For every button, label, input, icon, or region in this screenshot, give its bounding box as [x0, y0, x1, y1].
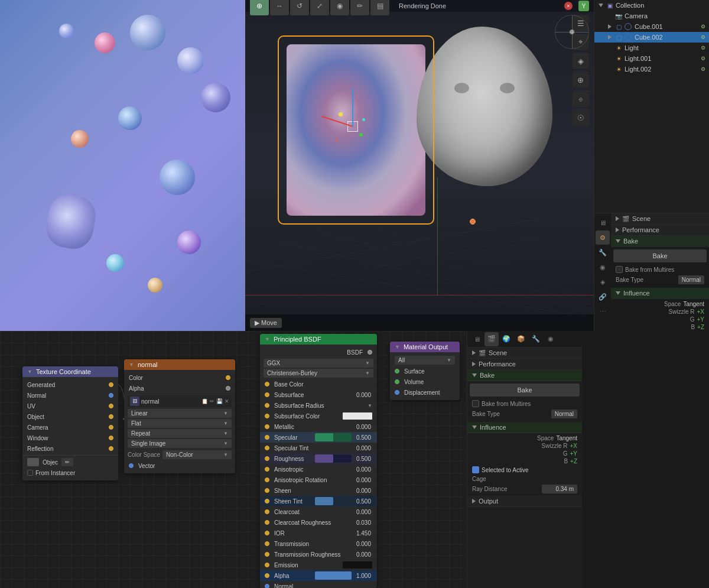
bottom-bake-button[interactable]: Bake	[470, 384, 580, 397]
vp-tool-camera[interactable]: ☉	[573, 109, 589, 126]
subsurface-radius-socket[interactable]	[265, 403, 269, 408]
specular-slider[interactable]	[315, 433, 351, 441]
tree-item-camera[interactable]: 📷 Camera	[594, 11, 709, 21]
subsurface-color-socket[interactable]	[265, 414, 269, 418]
viewport-tool-cursor[interactable]: ◉	[330, 0, 349, 15]
single-image-dropdown[interactable]: Single Image ▼	[128, 439, 232, 448]
bottom-scene-header[interactable]: 🎬 Scene	[467, 347, 582, 359]
normal-out-socket[interactable]	[109, 393, 113, 398]
normal-img-copy-icon[interactable]: 📋	[201, 398, 208, 404]
object-socket[interactable]	[109, 414, 113, 419]
tree-item-light[interactable]: ☀ Light ⚙	[594, 43, 709, 53]
transmission-roughness-socket[interactable]	[265, 552, 269, 557]
render-prop-tab[interactable]: 🖥	[470, 332, 484, 346]
output-header[interactable]: ▼ Material Output	[390, 342, 460, 352]
nav-circle[interactable]	[555, 15, 589, 49]
sheen-tint-socket[interactable]	[265, 499, 269, 503]
sheen-tint-slider[interactable]	[315, 497, 351, 505]
viewport-tool-rotate[interactable]: ↔	[270, 0, 289, 15]
modifier-prop-tab[interactable]: 🔧	[529, 332, 543, 346]
viewport-tool-move[interactable]: ⊕	[250, 0, 269, 15]
surface-socket[interactable]	[395, 369, 399, 373]
bsdf-out-socket[interactable]	[367, 350, 372, 355]
tex-coord-header[interactable]: ▼ Texture Coordinate	[22, 366, 118, 377]
normal-color-socket[interactable]	[226, 375, 230, 380]
subsurface-socket[interactable]	[265, 392, 269, 397]
anisotropic-rotation-socket[interactable]	[265, 477, 269, 482]
linear-dropdown[interactable]: Linear ▼	[128, 409, 232, 418]
displacement-socket[interactable]	[395, 390, 399, 395]
move-button[interactable]: ▶ Move	[250, 318, 282, 328]
tree-item-collection[interactable]: ▣ Collection	[594, 0, 709, 11]
normal-close-icon[interactable]: ✕	[225, 398, 229, 404]
vp-tool-add[interactable]: ⊕	[573, 72, 589, 88]
performance-section-header[interactable]: Performance	[611, 225, 709, 236]
all-dropdown[interactable]: All ▼	[395, 356, 455, 365]
bottom-bake-type-btn[interactable]: Normal	[551, 410, 577, 418]
roughness-slider[interactable]	[315, 454, 351, 463]
from-instancer-checkbox[interactable]	[27, 470, 33, 476]
viewport-tool-annotate[interactable]: ✏	[350, 0, 369, 15]
bottom-influence-header[interactable]: Influence	[467, 422, 582, 433]
alpha-slider[interactable]	[315, 571, 351, 580]
bottom-selected-active-checkbox[interactable]	[472, 466, 479, 473]
prop-tab-render[interactable]: 🖥	[596, 216, 610, 230]
base-color-socket[interactable]	[265, 382, 269, 386]
subsurface-color-swatch[interactable]	[343, 412, 372, 420]
christensen-dropdown[interactable]: Christensen-Burley ▼	[264, 369, 373, 378]
vector-in-socket[interactable]	[129, 463, 134, 468]
volume-socket[interactable]	[395, 379, 399, 384]
bake-type-button[interactable]: Normal	[678, 275, 704, 284]
objec-edit-icon[interactable]: ✏	[61, 458, 73, 466]
prop-tab-particles[interactable]: ⋯	[596, 304, 610, 319]
tree-item-light001[interactable]: ☀ Light.001 ⚙	[594, 53, 709, 64]
bake-multires-checkbox[interactable]	[616, 266, 623, 273]
bsdf-header[interactable]: ▼ Principled BSDF	[260, 334, 377, 345]
vp-tool-redo[interactable]: ⟐	[573, 90, 589, 107]
bottom-multires-checkbox[interactable]	[472, 400, 479, 407]
influence-section-header[interactable]: Influence	[611, 288, 709, 299]
prop-tab-object[interactable]: ⚙	[596, 230, 610, 245]
alpha-socket[interactable]	[265, 573, 269, 578]
anisotropic-socket[interactable]	[265, 467, 269, 472]
flat-dropdown[interactable]: Flat ▼	[128, 419, 232, 428]
object-prop-tab[interactable]: 📦	[514, 332, 528, 346]
normal-img-save-icon[interactable]: 💾	[216, 398, 223, 404]
specular-socket[interactable]	[265, 435, 269, 440]
scene-section-header[interactable]: 🎬 Scene	[611, 213, 709, 225]
metallic-socket[interactable]	[265, 424, 269, 429]
ior-socket[interactable]	[265, 531, 269, 535]
reflection-socket[interactable]	[109, 446, 113, 451]
clearcoat-roughness-socket[interactable]	[265, 520, 269, 525]
bottom-performance-header[interactable]: Performance	[467, 359, 582, 370]
material-prop-tab[interactable]: ◉	[544, 332, 558, 346]
emission-socket[interactable]	[265, 563, 269, 567]
specular-tint-socket[interactable]	[265, 446, 269, 450]
bottom-output-header[interactable]: Output	[467, 496, 582, 507]
tree-item-light002[interactable]: ☀ Light.002 ⚙	[594, 64, 709, 74]
viewport-tool-transform[interactable]: ⤢	[310, 0, 329, 15]
prop-tab-material[interactable]: ◉	[596, 260, 610, 274]
repeat-dropdown[interactable]: Repeat ▼	[128, 429, 232, 438]
world-prop-tab[interactable]: 🌍	[499, 332, 513, 346]
emission-swatch[interactable]	[343, 561, 372, 568]
viewport-tool-scale[interactable]: ↺	[290, 0, 309, 15]
generated-socket[interactable]	[109, 382, 113, 387]
bsdf-normal-socket[interactable]	[265, 584, 269, 588]
ggx-dropdown[interactable]: GGX ▼	[264, 359, 373, 368]
bake-button[interactable]: Bake	[613, 249, 707, 262]
roughness-socket[interactable]	[265, 456, 269, 461]
prop-tab-constraint[interactable]: 🔗	[596, 290, 610, 304]
normal-alpha-socket[interactable]	[226, 386, 230, 391]
bottom-ray-input[interactable]: 0.34 m	[542, 485, 577, 493]
prop-tab-modifier[interactable]: 🔧	[596, 245, 610, 259]
bottom-bake-header[interactable]: Bake	[467, 370, 582, 381]
normal-map-header[interactable]: ▼ normal	[124, 359, 235, 370]
normal-img-edit-icon[interactable]: ✏	[210, 398, 214, 404]
window-socket[interactable]	[109, 436, 113, 440]
scene-prop-tab[interactable]: 🎬	[484, 332, 499, 346]
tree-item-cube001[interactable]: ▢ Cube.001 ⚙	[594, 21, 709, 32]
color-space-dropdown[interactable]: Non-Color ▼	[162, 450, 232, 459]
transmission-socket[interactable]	[265, 541, 269, 546]
tree-item-cube002[interactable]: ▢ Cube.002 ⚙	[594, 32, 709, 43]
